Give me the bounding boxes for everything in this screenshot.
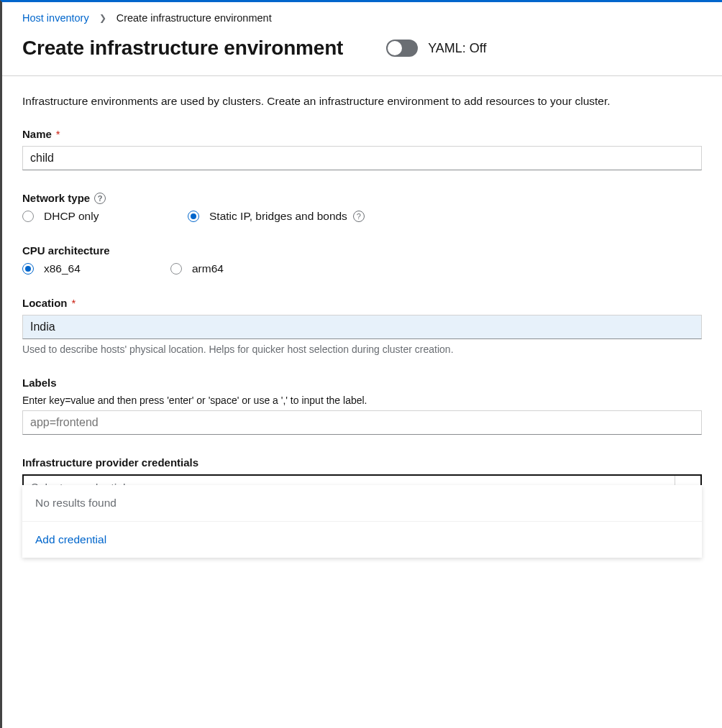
- intro-text: Infrastructure environments are used by …: [22, 95, 702, 108]
- labels-input[interactable]: [22, 410, 702, 435]
- radio-label: x86_64: [44, 262, 81, 275]
- credentials-dropdown: No results found Add credential: [22, 485, 702, 558]
- radio-label: Static IP, bridges and bonds: [209, 210, 347, 223]
- name-label: Name: [22, 128, 52, 140]
- labels-group: Labels Enter key=value and then press 'e…: [22, 377, 702, 435]
- radio-arm64[interactable]: arm64: [170, 262, 224, 275]
- radio-static-ip[interactable]: Static IP, bridges and bonds ?: [188, 210, 365, 223]
- help-icon[interactable]: ?: [353, 211, 365, 222]
- labels-hint: Enter key=value and then press 'enter' o…: [22, 395, 702, 406]
- radio-label: DHCP only: [44, 210, 99, 223]
- location-group: Location * Used to describe hosts' physi…: [22, 297, 702, 355]
- radio-icon: [170, 263, 182, 275]
- radio-label: arm64: [192, 262, 224, 275]
- page-header: Create infrastructure environment YAML: …: [2, 27, 722, 76]
- network-type-group: Network type ? DHCP only Static IP, brid…: [22, 192, 702, 223]
- cpu-architecture-label: CPU architecture: [22, 244, 110, 257]
- credentials-label: Infrastructure provider credentials: [22, 456, 198, 469]
- help-icon[interactable]: ?: [94, 193, 106, 204]
- required-indicator: *: [56, 128, 60, 140]
- yaml-toggle[interactable]: [386, 40, 418, 57]
- credentials-group: Infrastructure provider credentials No r…: [22, 456, 702, 503]
- radio-icon: [188, 211, 199, 222]
- location-input[interactable]: [22, 315, 702, 339]
- location-helper: Used to describe hosts' physical locatio…: [22, 344, 702, 355]
- radio-dhcp-only[interactable]: DHCP only: [22, 210, 188, 223]
- required-indicator: *: [72, 297, 76, 309]
- add-credential-action[interactable]: Add credential: [22, 522, 702, 558]
- cpu-architecture-group: CPU architecture x86_64 arm64: [22, 244, 702, 275]
- labels-label: Labels: [22, 377, 57, 389]
- breadcrumb: Host inventory ❯ Create infrastructure e…: [2, 2, 722, 27]
- radio-icon: [22, 263, 34, 275]
- chevron-right-icon: ❯: [99, 13, 106, 23]
- name-field-group: Name *: [22, 128, 702, 170]
- page-title: Create infrastructure environment: [22, 37, 343, 60]
- breadcrumb-root-link[interactable]: Host inventory: [22, 12, 89, 24]
- radio-x86-64[interactable]: x86_64: [22, 262, 170, 275]
- network-type-label: Network type: [22, 192, 90, 204]
- name-input[interactable]: [22, 146, 702, 170]
- breadcrumb-current: Create infrastructure environment: [116, 12, 272, 24]
- radio-icon: [22, 211, 34, 222]
- location-label: Location: [22, 297, 68, 309]
- yaml-toggle-label: YAML: Off: [428, 41, 486, 56]
- dropdown-no-results: No results found: [22, 485, 702, 522]
